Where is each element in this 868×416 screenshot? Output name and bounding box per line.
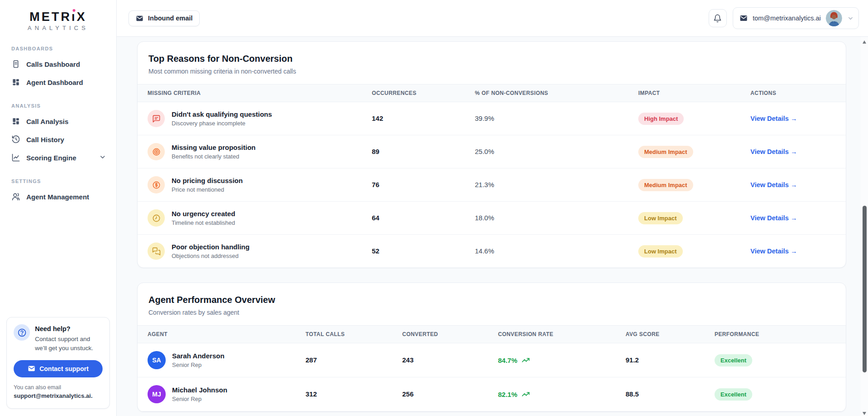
total-calls-value: 287 [306,356,317,364]
chat-bubbles-icon [148,243,165,260]
percent-value: 21.3% [475,181,494,188]
user-email: tom@metrixanalytics.ai [753,15,821,22]
sidebar-item-label: Agent Management [26,193,89,201]
card-title: Top Reasons for Non-Conversion [148,54,835,64]
inbound-email-button[interactable]: Inbound email [128,10,200,26]
agent-avatar: SA [148,351,166,369]
table-row: Missing value propositionBenefits not cl… [138,135,846,168]
converted-value: 256 [402,390,414,398]
dollar-circle-icon [148,176,165,193]
impact-badge: Low Impact [638,212,683,224]
reason-title: Missing value proposition [172,144,256,151]
sidebar-nav: DASHBOARDS Calls Dashboard Agent Dashboa… [0,34,116,311]
avg-score-value: 91.2 [626,356,639,364]
sidebar-item-calls-dashboard[interactable]: Calls Dashboard [0,55,116,73]
agent-performance-table: AGENT TOTAL CALLS CONVERTED CONVERSION R… [138,325,846,411]
sidebar-item-label: Scoring Engine [26,154,76,162]
users-icon [11,192,20,201]
user-menu[interactable]: tom@metrixanalytics.ai [733,7,859,29]
occurrences-value: 89 [372,148,380,155]
reason-title: Poor objection handling [172,243,250,251]
table-row: SA Sarah AndersonSenior Rep 287 243 84.7… [138,343,846,377]
agent-name: Sarah Anderson [172,352,224,360]
brand-dot-i: ı [71,11,77,23]
reason-subtitle: Benefits not clearly stated [172,153,256,160]
total-calls-value: 312 [306,390,317,398]
sidebar-item-agent-management[interactable]: Agent Management [0,188,116,206]
support-email: support@metrixanalytics.ai. [14,392,93,399]
impact-badge: Low Impact [638,245,683,258]
notifications-button[interactable] [709,9,727,27]
impact-badge: Medium Impact [638,146,693,158]
mail-icon [136,15,143,22]
reason-title: Didn't ask qualifying questions [172,110,272,118]
sidebar-item-call-analysis[interactable]: Call Analysis [0,112,116,130]
conversion-rate-value: 84.7% [498,357,518,364]
agent-avatar: MJ [148,385,166,403]
reason-subtitle: Objections not addressed [172,253,250,259]
column-header: CONVERTED [402,326,498,343]
scrollbar-thumb[interactable] [863,206,867,372]
performance-badge: Excellent [715,354,752,366]
column-header: PERFORMANCE [715,326,846,343]
occurrences-value: 76 [372,181,380,188]
column-header: MISSING CRITERIA [138,84,372,102]
occurrences-value: 142 [372,114,383,122]
conversion-rate-value: 82.1% [498,391,518,398]
reason-subtitle: Timeline not established [172,219,235,226]
reason-title: No urgency created [172,210,235,218]
reason-subtitle: Discovery phase incomplete [172,120,272,127]
reason-subtitle: Price not mentioned [172,186,243,193]
column-header: ACTIONS [750,84,846,102]
sidebar-item-call-history[interactable]: Call History [0,130,116,149]
view-details-link[interactable]: View Details → [750,115,797,122]
layout-dashboard-icon [11,117,20,126]
percent-value: 18.0% [475,214,494,222]
bell-icon [713,14,722,23]
occurrences-value: 64 [372,214,380,222]
clock-icon [148,209,165,227]
percent-value: 25.0% [475,148,494,155]
percent-value: 14.6% [475,247,494,255]
non-conversion-table: MISSING CRITERIA OCCURRENCES % OF NON-CO… [138,84,846,267]
layout-dashboard-icon [11,78,20,87]
history-clock-icon [11,135,20,144]
section-label-analysis: ANALYSIS [11,103,116,109]
scrollbar-track[interactable] [861,37,868,416]
sidebar-item-label: Agent Dashboard [26,79,83,86]
table-header-row: AGENT TOTAL CALLS CONVERTED CONVERSION R… [138,326,846,343]
sidebar-item-agent-dashboard[interactable]: Agent Dashboard [0,73,116,91]
impact-badge: Medium Impact [638,179,693,191]
view-details-link[interactable]: View Details → [750,248,797,255]
brand-logo: METRıX ANALYTICS [0,0,116,34]
impact-badge: High Impact [638,113,684,125]
help-card: Need help? Contact support and we’ll get… [6,317,110,409]
sidebar-item-label: Call Analysis [26,118,69,125]
contact-support-button[interactable]: Contact support [14,360,103,377]
chevron-down-icon [847,15,854,22]
avatar [826,10,842,26]
occurrences-value: 52 [372,247,380,255]
top-bar: Inbound email tom@metrixanalytics.ai [117,0,868,37]
trending-up-icon [522,356,530,364]
chevron-down-icon[interactable] [99,154,106,162]
column-header: IMPACT [638,84,750,102]
section-label-settings: SETTINGS [11,178,116,184]
table-row: MJ Michael JohnsonSenior Rep 312 256 82.… [138,377,846,411]
column-header: OCCURRENCES [372,84,475,102]
sidebar-item-scoring-engine[interactable]: Scoring Engine [0,149,116,167]
view-details-link[interactable]: View Details → [750,214,797,222]
percent-value: 39.9% [475,114,494,122]
scrollbar-down-arrow[interactable] [863,412,866,415]
table-header-row: MISSING CRITERIA OCCURRENCES % OF NON-CO… [138,84,846,102]
section-label-dashboards: DASHBOARDS [11,46,116,51]
mail-icon [28,365,35,372]
view-details-link[interactable]: View Details → [750,181,797,188]
card-subtitle: Conversion rates by sales agent [148,309,835,316]
table-row: Poor objection handlingObjections not ad… [138,235,846,268]
table-row: Didn't ask qualifying questionsDiscovery… [138,102,846,135]
file-text-icon [11,59,20,69]
view-details-link[interactable]: View Details → [750,148,797,155]
scrollbar-up-arrow[interactable] [863,40,866,44]
line-chart-icon [11,153,20,162]
